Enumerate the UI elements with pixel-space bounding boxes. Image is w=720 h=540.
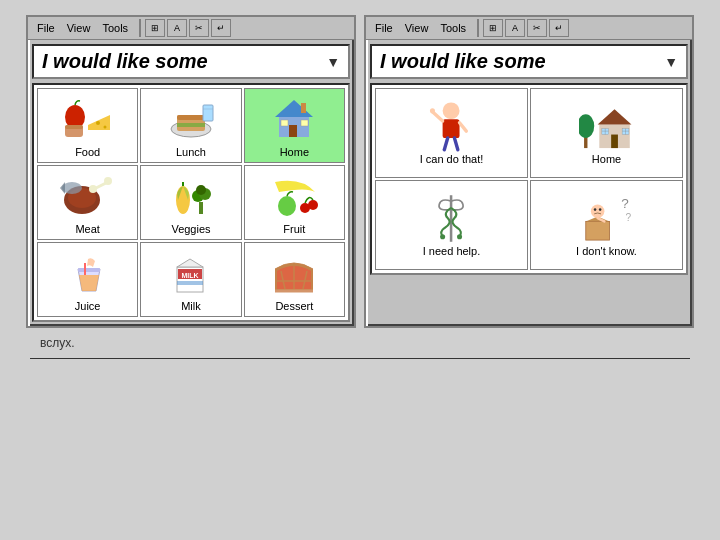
svg-point-21	[89, 185, 97, 193]
left-menu-file[interactable]: File	[32, 21, 60, 35]
food-label: Food	[75, 146, 100, 158]
svg-point-33	[308, 200, 318, 210]
svg-point-73	[599, 208, 602, 211]
svg-point-31	[278, 196, 296, 216]
cell-food[interactable]: Food	[37, 88, 138, 163]
meat-icon	[60, 171, 115, 221]
svg-rect-15	[281, 120, 288, 126]
cell-meat[interactable]: Meat	[37, 165, 138, 240]
footer-text: вслух.	[40, 336, 75, 350]
left-toolbar: ⊞ A ✂ ↵	[139, 19, 231, 37]
right-sentence-bar: I would like some ▼	[370, 44, 688, 79]
right-symbol-grid: I can do that!	[375, 88, 683, 270]
cell-fruit[interactable]: Fruit	[244, 165, 345, 240]
left-menu-tools[interactable]: Tools	[97, 21, 133, 35]
home-label: Home	[280, 146, 309, 158]
need-help-label: I need help.	[423, 245, 481, 257]
dessert-label: Dessert	[275, 300, 313, 312]
right-menu-view[interactable]: View	[400, 21, 434, 35]
svg-marker-24	[60, 182, 65, 194]
milk-icon: MILK	[163, 248, 218, 298]
svg-rect-56	[611, 134, 618, 148]
svg-rect-17	[301, 103, 306, 113]
svg-rect-40	[177, 281, 203, 285]
svg-point-2	[96, 121, 100, 125]
svg-text:MILK: MILK	[182, 272, 199, 279]
lunch-icon	[163, 94, 218, 144]
left-menu-bar: File View Tools ⊞ A ✂ ↵	[28, 17, 354, 40]
dessert-icon	[267, 248, 322, 298]
left-window: File View Tools ⊞ A ✂ ↵ I would like som…	[26, 15, 356, 328]
svg-point-30	[196, 185, 206, 195]
cell-milk[interactable]: MILK Milk	[140, 242, 241, 317]
cell-can-do-that[interactable]: I can do that!	[375, 88, 528, 178]
toolbar-btn-3[interactable]: ✂	[189, 19, 209, 37]
right-menu-file[interactable]: File	[370, 21, 398, 35]
meat-label: Meat	[75, 223, 99, 235]
confused-person-icon: ? ?	[579, 193, 634, 243]
svg-line-49	[460, 122, 467, 130]
veggies-icon	[163, 171, 218, 221]
juice-label: Juice	[75, 300, 101, 312]
svg-point-22	[104, 177, 112, 185]
svg-marker-12	[275, 100, 313, 117]
svg-text:?: ?	[626, 212, 632, 223]
left-grid-area: Food	[32, 83, 350, 322]
svg-rect-14	[289, 125, 297, 137]
svg-point-45	[443, 102, 460, 119]
svg-line-51	[454, 137, 457, 149]
lunch-label: Lunch	[176, 146, 206, 158]
svg-point-72	[594, 208, 597, 211]
toolbar-btn-4[interactable]: ↵	[211, 19, 231, 37]
svg-rect-27	[199, 202, 203, 214]
right-sentence-text: I would like some	[380, 50, 546, 73]
right-toolbar-btn-2[interactable]: A	[505, 19, 525, 37]
svg-rect-68	[586, 221, 610, 240]
cell-home[interactable]: Home	[244, 88, 345, 163]
svg-point-64	[440, 234, 445, 239]
right-menu-tools[interactable]: Tools	[435, 21, 471, 35]
right-toolbar-btn-3[interactable]: ✂	[527, 19, 547, 37]
home-right-label: Home	[592, 153, 621, 165]
right-toolbar: ⊞ A ✂ ↵	[477, 19, 569, 37]
svg-point-3	[104, 125, 107, 128]
main-container: File View Tools ⊞ A ✂ ↵ I would like som…	[26, 15, 694, 328]
cell-dont-know[interactable]: ? ?	[530, 180, 683, 270]
can-do-that-label: I can do that!	[420, 153, 484, 165]
home-icon	[267, 94, 322, 144]
juice-icon	[60, 248, 115, 298]
cell-need-help[interactable]: I need help.	[375, 180, 528, 270]
svg-line-50	[444, 137, 447, 149]
cell-dessert[interactable]: Dessert	[244, 242, 345, 317]
svg-rect-5	[65, 125, 83, 129]
svg-rect-16	[301, 120, 308, 126]
medical-icon	[424, 193, 479, 243]
svg-rect-9	[177, 123, 205, 127]
cell-veggies[interactable]: Veggies	[140, 165, 241, 240]
svg-point-53	[579, 114, 594, 138]
fruit-label: Fruit	[283, 223, 305, 235]
right-toolbar-btn-4[interactable]: ↵	[549, 19, 569, 37]
svg-line-47	[432, 111, 442, 120]
right-grid-area: I can do that!	[370, 83, 688, 275]
left-symbol-grid: Food	[37, 88, 345, 317]
toolbar-btn-1[interactable]: ⊞	[145, 19, 165, 37]
veggies-label: Veggies	[171, 223, 210, 235]
food-icon	[60, 94, 115, 144]
left-sentence-arrow: ▼	[326, 54, 340, 70]
svg-rect-10	[203, 105, 213, 121]
svg-point-48	[430, 108, 435, 113]
svg-rect-46	[443, 119, 460, 138]
svg-rect-34	[78, 268, 100, 272]
left-sentence-text: I would like some	[42, 50, 208, 73]
left-menu-view[interactable]: View	[62, 21, 96, 35]
right-toolbar-btn-1[interactable]: ⊞	[483, 19, 503, 37]
person-wave-icon	[424, 101, 479, 151]
divider	[30, 358, 690, 359]
left-sentence-bar: I would like some ▼	[32, 44, 350, 79]
toolbar-btn-2[interactable]: A	[167, 19, 187, 37]
cell-home-right[interactable]: Home	[530, 88, 683, 178]
svg-marker-37	[177, 259, 203, 267]
cell-juice[interactable]: Juice	[37, 242, 138, 317]
cell-lunch[interactable]: Lunch	[140, 88, 241, 163]
